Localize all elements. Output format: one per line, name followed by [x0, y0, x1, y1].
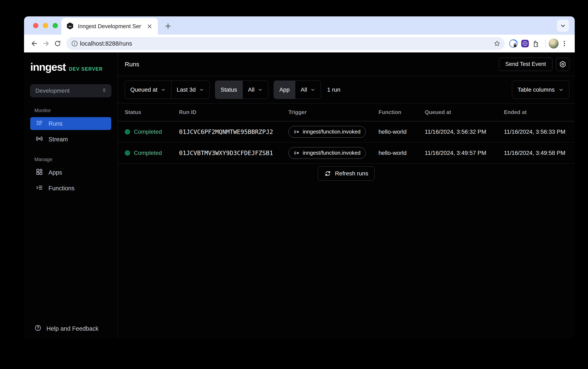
- column-queued-at: Queued at: [425, 109, 504, 115]
- chevron-down-icon: [199, 87, 204, 92]
- chevron-down-icon: [258, 87, 263, 92]
- sidebar-item-label: Stream: [49, 136, 68, 143]
- sidebar: inngest DEV SERVER Development Monitor R…: [24, 52, 118, 338]
- logo: inngest DEV SERVER: [30, 62, 118, 72]
- new-tab-button[interactable]: [162, 20, 174, 32]
- status-filter-chip: Status All: [215, 81, 269, 99]
- url-input[interactable]: [80, 40, 491, 47]
- ended-at-value: 11/16/2024, 3:49:58 PM: [504, 150, 569, 156]
- toolbar-divider: [545, 39, 546, 48]
- app-filter-value: All: [301, 86, 307, 93]
- function-name: hello-world: [379, 150, 425, 156]
- status-cell: Completed: [125, 129, 179, 135]
- refresh-icon: [324, 170, 331, 177]
- traffic-lights: [33, 16, 58, 35]
- filter-bar: Queued at Last 3d Status All: [118, 76, 575, 103]
- queued-at-value: 11/16/2024, 3:49:57 PM: [425, 150, 504, 156]
- purple-extension-icon[interactable]: [519, 38, 531, 49]
- page-title: Runs: [125, 61, 139, 68]
- profile-avatar[interactable]: [549, 39, 558, 49]
- sidebar-item-runs[interactable]: Runs: [30, 117, 111, 130]
- tab-search-button[interactable]: [557, 20, 569, 32]
- sidebar-item-stream[interactable]: Stream: [30, 133, 111, 146]
- dev-server-badge: DEV SERVER: [69, 66, 103, 72]
- send-test-event-button[interactable]: Send Test Event: [499, 58, 552, 71]
- table-columns-button[interactable]: Table columns: [512, 81, 569, 99]
- queued-at-value: 11/16/2024, 3:56:32 PM: [425, 129, 504, 135]
- bookmark-star-icon[interactable]: [491, 38, 503, 49]
- tab-title: Inngest Development Server: [78, 23, 141, 30]
- site-info-icon[interactable]: [69, 38, 80, 49]
- inngest-favicon-icon: [66, 22, 74, 31]
- minimize-window-button[interactable]: [43, 23, 48, 28]
- sidebar-item-apps[interactable]: Apps: [30, 166, 111, 179]
- environment-value: Development: [35, 87, 70, 94]
- extensions-puzzle-icon[interactable]: [531, 38, 542, 49]
- trigger-event-name: inngest/function.invoked: [303, 129, 360, 135]
- help-and-feedback[interactable]: Help and Feedback: [24, 322, 118, 335]
- close-window-button[interactable]: [33, 23, 38, 28]
- time-range-dropdown[interactable]: Last 3d: [171, 81, 209, 99]
- chevron-down-icon: [161, 87, 166, 92]
- refresh-runs-label: Refresh runs: [335, 170, 368, 177]
- event-trigger-icon: [294, 129, 300, 135]
- address-bar[interactable]: [66, 37, 505, 50]
- runs-icon: [36, 119, 43, 128]
- sidebar-item-label: Runs: [49, 120, 63, 127]
- run-id: 01JCVBTMV3WXY9D3CFDEJFZSB1: [179, 149, 289, 156]
- trigger-badge[interactable]: inngest/function.invoked: [289, 126, 366, 138]
- sidebar-footer: Help and Feedback: [24, 322, 118, 335]
- run-id: 01JCVC6PF2MQNMTWE95BBRZPJ2: [179, 128, 289, 135]
- settings-gear-button[interactable]: [556, 58, 569, 71]
- inngest-logo: inngest: [30, 62, 66, 72]
- browser-menu-icon[interactable]: [558, 38, 570, 49]
- reload-button[interactable]: [52, 38, 63, 49]
- refresh-runs-button[interactable]: Refresh runs: [318, 166, 375, 181]
- inngest-app: inngest DEV SERVER Development Monitor R…: [24, 52, 575, 338]
- app-filter-chip: App All: [274, 81, 321, 99]
- tab-close-icon[interactable]: [145, 22, 154, 31]
- sidebar-section-monitor: Monitor: [34, 108, 118, 113]
- select-updown-icon: [101, 87, 107, 94]
- sidebar-item-label: Apps: [49, 169, 62, 176]
- sidebar-section-manage: Manage: [34, 156, 118, 162]
- column-run-id: Run ID: [179, 109, 289, 115]
- app-filter-label: App: [274, 81, 295, 99]
- main-content: Runs Send Test Event Queued at Last 3d: [118, 52, 575, 338]
- sidebar-item-functions[interactable]: Functions: [30, 182, 111, 195]
- environment-select[interactable]: Development: [30, 84, 111, 97]
- sort-field-dropdown[interactable]: Queued at: [125, 81, 171, 99]
- help-label: Help and Feedback: [46, 325, 99, 332]
- status-filter-value: All: [248, 86, 254, 93]
- browser-tab[interactable]: Inngest Development Server: [61, 18, 158, 35]
- forward-button[interactable]: [40, 38, 52, 49]
- table-row[interactable]: Completed 01JCVC6PF2MQNMTWE95BBRZPJ2 inn…: [118, 121, 575, 143]
- help-icon: [34, 324, 41, 333]
- time-range-value: Last 3d: [177, 86, 196, 93]
- app-filter-dropdown[interactable]: All: [295, 81, 321, 99]
- table-columns-label: Table columns: [518, 86, 555, 93]
- back-button[interactable]: [29, 38, 40, 49]
- table-header: Status Run ID Trigger Function Queued at…: [118, 103, 575, 121]
- sidebar-item-label: Functions: [49, 185, 75, 192]
- trigger-event-name: inngest/function.invoked: [303, 150, 360, 156]
- browser-window: Inngest Development Server: [24, 16, 575, 338]
- tab-strip: Inngest Development Server: [24, 16, 575, 35]
- refresh-row: Refresh runs: [118, 166, 575, 181]
- sort-field-value: Queued at: [130, 86, 158, 93]
- column-status: Status: [125, 109, 179, 115]
- zoom-window-button[interactable]: [53, 23, 58, 28]
- status-cell: Completed: [125, 150, 179, 156]
- stream-icon: [36, 135, 43, 144]
- column-trigger: Trigger: [289, 109, 379, 115]
- event-trigger-icon: [294, 150, 300, 156]
- run-count: 1 run: [327, 86, 340, 93]
- table-row[interactable]: Completed 01JCVBTMV3WXY9D3CFDEJFZSB1 inn…: [118, 143, 575, 164]
- time-filter-chip: Queued at Last 3d: [125, 81, 210, 99]
- apps-icon: [36, 168, 43, 177]
- trigger-badge[interactable]: inngest/function.invoked: [289, 147, 366, 159]
- ended-at-value: 11/16/2024, 3:56:33 PM: [504, 129, 569, 135]
- status-filter-dropdown[interactable]: All: [242, 81, 268, 99]
- onepassword-extension-icon[interactable]: [508, 38, 519, 49]
- chevron-down-icon: [310, 87, 315, 92]
